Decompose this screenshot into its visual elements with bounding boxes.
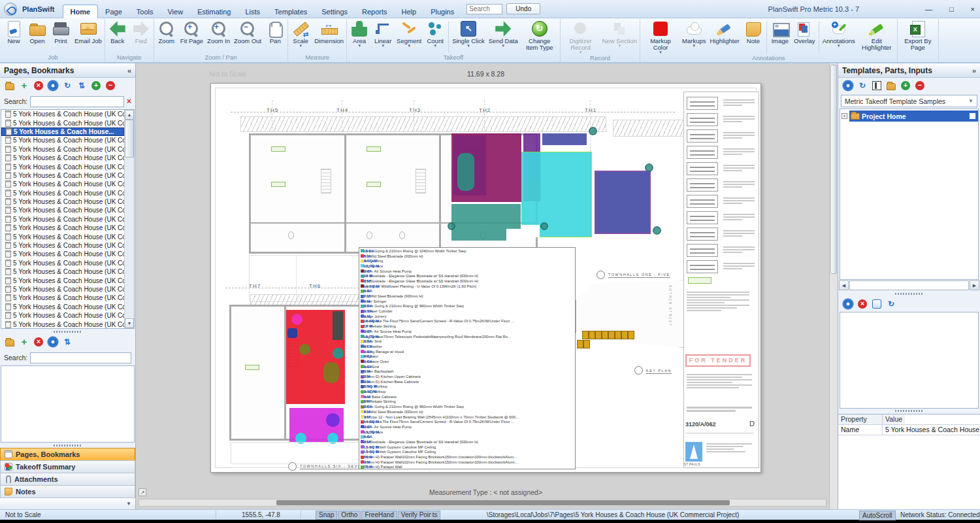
add-icon[interactable]: +	[20, 81, 29, 90]
takeoff-area-blue-right[interactable]	[595, 171, 651, 234]
page-list-item[interactable]: 5 York Houses & Coach House (UK Comm...	[1, 206, 124, 214]
status-toggle-snap[interactable]: Snap	[316, 511, 337, 520]
page-list-item[interactable]: 5 York Houses & Coach House (UK Comm...	[1, 320, 124, 328]
scroll-thumb[interactable]	[125, 120, 134, 158]
ribbon-button-note[interactable]: Note	[742, 20, 765, 54]
collapse-panel-icon[interactable]: «	[127, 67, 131, 75]
count-marker-purple[interactable]	[326, 413, 340, 427]
refresh-icon[interactable]: ↻	[887, 299, 896, 309]
count-marker[interactable]	[653, 226, 661, 235]
gear-icon[interactable]	[843, 81, 853, 90]
count-marker[interactable]	[448, 222, 455, 230]
takeoff-area-teal-blob[interactable]	[457, 153, 474, 191]
ribbon-button-back[interactable]: Back	[106, 20, 129, 54]
refresh-icon[interactable]: ↻	[858, 81, 867, 90]
close-icon[interactable]: ×	[971, 5, 975, 13]
pages-search-input[interactable]	[30, 96, 124, 107]
ribbon-button-scale[interactable]: Scale▼	[289, 20, 312, 54]
count-marker-olive-blob[interactable]	[323, 362, 339, 383]
ribbon-button-export-by-page[interactable]: Export By Page	[898, 20, 938, 54]
page-list-item[interactable]: 5 York Houses & Coach House (UK Comm...	[1, 189, 124, 197]
folder-icon[interactable]	[5, 339, 14, 346]
template-select[interactable]: Metric Takeoff Template Samples ▼	[841, 95, 977, 107]
panel-tab-pages-bookmarks[interactable]: Pages, Bookmarks	[0, 448, 135, 460]
splitter-handle[interactable]	[0, 443, 135, 448]
count-marker[interactable]	[645, 163, 653, 172]
page-list-item[interactable]: 5 York Houses & Coach House (UK Comm...	[1, 311, 124, 320]
menu-tab-reports[interactable]: Reports	[355, 5, 395, 18]
page-list-item[interactable]: 5 York Houses & Coach House (UK Comm...	[1, 145, 124, 154]
folder-icon[interactable]	[5, 83, 14, 90]
menu-tab-lists[interactable]: Lists	[238, 5, 267, 18]
ribbon-button-segment[interactable]: Segment▼	[395, 20, 423, 54]
gear-icon[interactable]	[48, 81, 57, 90]
title-search-input[interactable]	[466, 4, 502, 14]
tree-checkbox[interactable]	[969, 112, 976, 120]
refresh-icon[interactable]: ↻	[63, 81, 72, 90]
expand-icon[interactable]: +	[841, 113, 847, 119]
sort-icon[interactable]: ⇅	[77, 81, 86, 90]
ribbon-button-markups[interactable]: Markups▼	[680, 20, 708, 54]
ribbon-button-highlighter[interactable]: Highlighter	[708, 20, 741, 54]
scroll-down-icon[interactable]: ▼	[125, 318, 134, 328]
ribbon-button-zoom-out[interactable]: −Zoom Out	[232, 20, 263, 54]
new-folder-icon[interactable]	[887, 83, 896, 90]
menu-tab-plugins[interactable]: Plugins	[423, 5, 461, 18]
plan-page[interactable]: TH5 TH4 TH3 TH2 TH1	[210, 83, 761, 473]
panel-tab-notes[interactable]: Notes	[0, 485, 135, 498]
ribbon-button-markup-color[interactable]: Markup Color▼	[641, 20, 680, 54]
menu-tab-estimating[interactable]: Estimating	[190, 5, 238, 18]
ribbon-button-print[interactable]: Print	[49, 20, 73, 54]
page-list-item[interactable]: 5 York Houses & Coach House (UK Comm...	[1, 303, 124, 311]
add-icon[interactable]: +	[20, 337, 29, 346]
page-list-item[interactable]: 5 York Houses & Coach House (UK Comm...	[1, 118, 124, 127]
page-list-item[interactable]: 5 York Houses & Coach House (UK Comm...	[1, 180, 124, 188]
ribbon-button-send-data[interactable]: Send Data▼	[487, 20, 520, 54]
panel-combo[interactable]: ▼	[0, 498, 135, 509]
page-list-item[interactable]: 5 York Houses & Coach House...	[1, 127, 124, 136]
gear-icon[interactable]	[843, 299, 853, 309]
minimize-icon[interactable]: —	[925, 5, 932, 13]
menu-tab-tools[interactable]: Tools	[129, 5, 161, 18]
menu-tab-view[interactable]: View	[160, 5, 190, 18]
page-list-item[interactable]: 5 York Houses & Coach House (UK Comm...	[1, 224, 124, 232]
delete-icon[interactable]: ×	[34, 81, 43, 90]
ribbon-button-overlay[interactable]: Overlay	[792, 20, 817, 54]
count-marker-blue[interactable]	[287, 328, 297, 338]
ribbon-button-fit-page[interactable]: +Fit Page	[178, 20, 205, 54]
scroll-right-icon[interactable]: ▶	[970, 280, 979, 290]
page-list-item[interactable]: 5 York Houses & Coach House (UK Comm...	[1, 162, 124, 171]
templates-hscrollbar[interactable]: ◀ ▶	[838, 280, 980, 291]
gear-icon[interactable]	[48, 337, 57, 346]
undo-button[interactable]: Undo	[506, 3, 540, 14]
autoscroll-toggle[interactable]: AutoScroll	[859, 511, 896, 520]
tree-item-project-home[interactable]: + Project Home	[849, 110, 978, 122]
splitter-handle[interactable]	[0, 329, 135, 334]
status-toggle-freehand[interactable]: FreeHand	[361, 511, 397, 520]
ribbon-button-pan[interactable]: Pan	[263, 20, 287, 54]
ribbon-button-open[interactable]: Open	[25, 20, 49, 54]
ribbon-button-new[interactable]: New	[2, 20, 25, 54]
page-list-item[interactable]: 5 York Houses & Coach House (UK Comm...	[1, 136, 124, 144]
page-list-item[interactable]: 5 York Houses & Coach House (UK Comm...	[1, 197, 124, 206]
scroll-left-icon[interactable]: ◀	[839, 280, 849, 290]
collapse-all-icon[interactable]: −	[106, 81, 115, 90]
property-row[interactable]: Name 5 York Houses & Coach House (UK Com…	[838, 425, 980, 435]
canvas-vscrollbar[interactable]	[829, 63, 838, 509]
page-list-item[interactable]: 5 York Houses & Coach House (UK Comm...	[1, 250, 124, 258]
ribbon-button-annotations[interactable]: Annotations▼	[821, 20, 857, 54]
hscroll-thumb[interactable]	[276, 500, 730, 505]
delete-icon[interactable]: ×	[34, 337, 43, 346]
page-list-item[interactable]: 5 York Houses & Coach House (UK Comm...	[1, 154, 124, 162]
splitter-handle[interactable]	[838, 409, 980, 414]
clear-search-icon[interactable]: ×	[127, 97, 131, 106]
expand-all-icon[interactable]: +	[901, 81, 910, 90]
menu-tab-home[interactable]: Home	[63, 5, 99, 18]
drawing-canvas[interactable]: Not to Scale 11.69 x 8.28 TH5 TH4 TH3 TH…	[136, 63, 829, 509]
menu-tab-help[interactable]: Help	[395, 5, 424, 18]
count-marker[interactable]	[540, 222, 548, 230]
maximize-icon[interactable]: □	[949, 5, 954, 13]
pages-scrollbar[interactable]: ▲ ▼	[124, 110, 134, 328]
ribbon-button-count[interactable]: Count▼	[423, 20, 447, 54]
count-marker-teal[interactable]	[333, 348, 344, 359]
